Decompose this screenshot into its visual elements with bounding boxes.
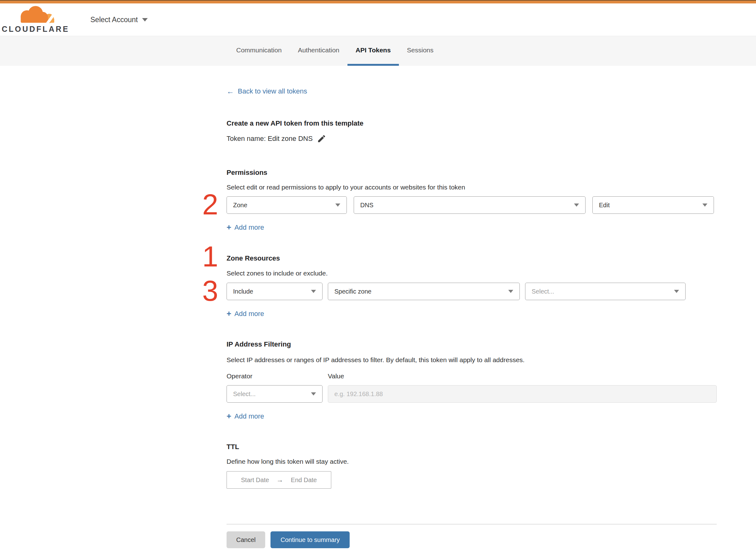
permission-scope-dropdown[interactable]: Zone — [226, 196, 347, 214]
back-to-tokens-link[interactable]: ← Back to view all tokens — [226, 87, 307, 95]
ip-filtering-heading: IP Address Filtering — [226, 340, 718, 349]
ip-operator-dropdown[interactable]: Select... — [226, 385, 322, 403]
token-section-heading: Create a new API token from this templat… — [226, 119, 718, 128]
tab-communication[interactable]: Communication — [228, 36, 290, 66]
app-header: CLOUDFLARE Select Account — [0, 3, 756, 36]
tab-bar: Communication Authentication API Tokens … — [0, 36, 756, 66]
main-content: ← Back to view all tokens 1 Create a new… — [226, 66, 718, 548]
value-label: Value — [328, 372, 344, 380]
tab-authentication[interactable]: Authentication — [290, 36, 347, 66]
step-number-3: 3 — [202, 277, 218, 305]
plus-icon: + — [226, 223, 231, 231]
start-date-placeholder: Start Date — [241, 477, 269, 484]
zone-resources-row: 3 Include Specific zone Select... — [226, 283, 718, 300]
chevron-down-icon — [702, 203, 707, 207]
continue-to-summary-button[interactable]: Continue to summary — [270, 531, 349, 548]
zone-type-dropdown[interactable]: Specific zone — [328, 283, 520, 300]
cancel-button[interactable]: Cancel — [226, 531, 265, 548]
account-selector-label: Select Account — [90, 16, 138, 24]
end-date-placeholder: End Date — [291, 477, 316, 484]
cloudflare-cloud-icon — [12, 6, 59, 24]
zone-resources-heading: Zone Resources — [226, 254, 718, 263]
ttl-heading: TTL — [226, 443, 718, 451]
chevron-down-icon — [335, 203, 340, 207]
chevron-down-icon — [508, 290, 513, 293]
step-number-2: 2 — [202, 190, 218, 219]
zone-include-dropdown[interactable]: Include — [226, 283, 322, 300]
plus-icon: + — [226, 412, 231, 420]
chevron-down-icon — [311, 290, 316, 293]
tab-sessions[interactable]: Sessions — [399, 36, 442, 66]
footer-divider — [226, 524, 717, 525]
top-accent-bar — [0, 0, 756, 3]
ip-filtering-labels: Operator Value — [226, 372, 718, 380]
ip-filtering-row: Select... — [226, 385, 718, 403]
token-name-text: Token name: Edit zone DNS — [226, 134, 312, 143]
token-name-section: 1 Create a new API token from this templ… — [226, 119, 718, 143]
chevron-down-icon — [311, 392, 316, 396]
step-number-1: 1 — [202, 242, 218, 271]
zone-select-dropdown[interactable]: Select... — [525, 283, 686, 300]
permission-level-dropdown[interactable]: Edit — [592, 196, 714, 214]
zone-resources-add-more-link[interactable]: + Add more — [226, 310, 264, 318]
chevron-down-icon — [574, 203, 579, 207]
ip-value-input[interactable] — [328, 385, 717, 403]
permissions-description: Select edit or read permissions to apply… — [226, 183, 718, 191]
tab-api-tokens[interactable]: API Tokens — [347, 36, 399, 66]
permission-group-dropdown[interactable]: DNS — [354, 196, 586, 214]
permissions-add-more-link[interactable]: + Add more — [226, 223, 264, 231]
zone-resources-description: Select zones to include or exclude. — [226, 269, 718, 278]
footer-actions: Cancel Continue to summary — [226, 531, 718, 548]
back-link-label: Back to view all tokens — [238, 87, 307, 95]
ttl-description: Define how long this token will stay act… — [226, 458, 718, 466]
arrow-right-icon: → — [276, 476, 283, 484]
ttl-date-range-picker[interactable]: Start Date → End Date — [226, 471, 331, 489]
operator-label: Operator — [226, 372, 328, 380]
cloudflare-wordmark: CLOUDFLARE — [2, 25, 69, 34]
permissions-row: 2 Zone DNS Edit — [226, 196, 718, 214]
ip-filtering-add-more-link[interactable]: + Add more — [226, 412, 264, 420]
chevron-down-icon — [142, 18, 148, 21]
chevron-down-icon — [674, 290, 679, 293]
account-selector[interactable]: Select Account — [90, 16, 148, 24]
plus-icon: + — [226, 310, 231, 318]
arrow-left-icon: ← — [226, 87, 234, 95]
permissions-heading: Permissions — [226, 168, 718, 177]
cloudflare-logo[interactable]: CLOUDFLARE — [9, 6, 62, 34]
edit-pencil-icon[interactable] — [317, 134, 326, 143]
ip-filtering-description: Select IP addresses or ranges of IP addr… — [226, 356, 718, 364]
